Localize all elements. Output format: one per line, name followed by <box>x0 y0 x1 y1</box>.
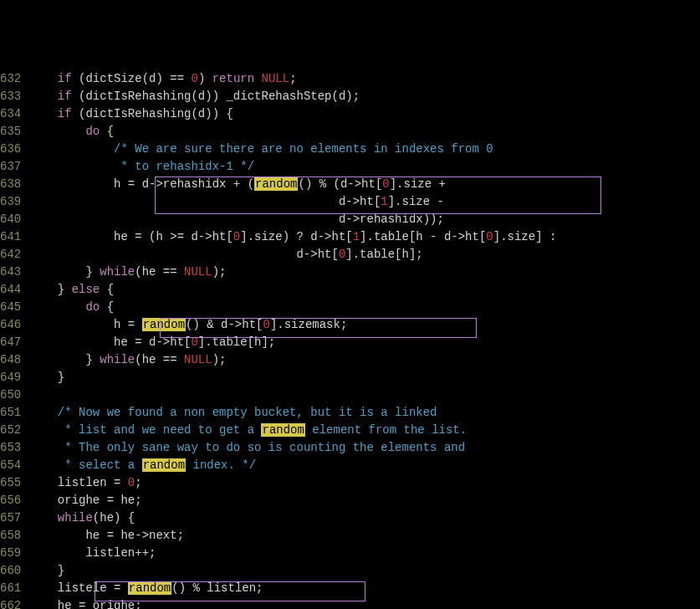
code-line[interactable]: if (dictIsRehashing(d)) { <box>29 105 700 123</box>
line-number: 649 <box>0 369 21 386</box>
code-line[interactable]: } while(he == NULL); <box>29 264 700 281</box>
code-line[interactable]: orighe = he; <box>29 492 700 509</box>
code-line[interactable]: he = he->next; <box>29 527 700 545</box>
line-number: 654 <box>0 457 21 474</box>
code-line[interactable]: * select a random index. */ <box>29 457 700 474</box>
line-number: 639 <box>0 193 21 211</box>
line-number: 633 <box>0 88 21 105</box>
line-number: 632 <box>0 70 21 88</box>
code-line[interactable]: do { <box>29 123 700 141</box>
code-line[interactable]: h = d->rehashidx + (random() % (d->ht[0]… <box>29 176 700 193</box>
line-number: 640 <box>0 211 21 228</box>
line-number: 657 <box>0 509 21 527</box>
line-number: 655 <box>0 474 21 492</box>
code-line[interactable]: } while(he == NULL); <box>29 351 700 369</box>
line-number: 636 <box>0 141 21 158</box>
code-line[interactable]: listlen = 0; <box>29 474 700 492</box>
code-line[interactable]: } <box>29 369 700 386</box>
code-line[interactable]: * The only sane way to do so is counting… <box>29 439 700 457</box>
line-number-gutter: 6326336346356366376386396406416426436446… <box>0 70 29 609</box>
code-line[interactable]: d->ht[0].table[h]; <box>29 246 700 264</box>
code-editor: 6326336346356366376386396406416426436446… <box>0 70 700 609</box>
line-number: 650 <box>0 386 21 404</box>
code-line[interactable]: he = (h >= d->ht[0].size) ? d->ht[1].tab… <box>29 228 700 246</box>
code-line[interactable]: h = random() & d->ht[0].sizemask; <box>29 316 700 334</box>
line-number: 635 <box>0 123 21 141</box>
line-number: 661 <box>0 580 21 597</box>
line-number: 648 <box>0 351 21 369</box>
code-line[interactable]: if (dictSize(d) == 0) return NULL; <box>29 70 700 88</box>
code-line[interactable]: while(he) { <box>29 509 700 527</box>
line-number: 659 <box>0 545 21 562</box>
line-number: 634 <box>0 105 21 123</box>
code-line[interactable]: he = d->ht[0].table[h]; <box>29 334 700 351</box>
code-line[interactable]: d->rehashidx)); <box>29 211 700 228</box>
code-line[interactable]: * to rehashidx-1 */ <box>29 158 700 176</box>
line-number: 642 <box>0 246 21 264</box>
line-number: 645 <box>0 299 21 316</box>
code-line[interactable]: d->ht[1].size - <box>29 193 700 211</box>
line-number: 643 <box>0 264 21 281</box>
line-number: 644 <box>0 281 21 299</box>
code-line[interactable]: /* We are sure there are no elements in … <box>29 141 700 158</box>
code-line[interactable]: } else { <box>29 281 700 299</box>
code-line[interactable]: do { <box>29 299 700 316</box>
line-number: 638 <box>0 176 21 193</box>
code-line[interactable]: if (dictIsRehashing(d)) _dictRehashStep(… <box>29 88 700 105</box>
code-line[interactable]: he = orighe; <box>29 597 700 609</box>
line-number: 641 <box>0 228 21 246</box>
line-number: 662 <box>0 597 21 609</box>
line-number: 660 <box>0 562 21 580</box>
line-number: 637 <box>0 158 21 176</box>
line-number: 651 <box>0 404 21 422</box>
code-line[interactable]: /* Now we found a non empty bucket, but … <box>29 404 700 422</box>
line-number: 652 <box>0 422 21 439</box>
line-number: 646 <box>0 316 21 334</box>
line-number: 656 <box>0 492 21 509</box>
code-line[interactable]: * list and we need to get a random eleme… <box>29 422 700 439</box>
code-line[interactable]: listlen++; <box>29 545 700 562</box>
code-content[interactable]: if (dictSize(d) == 0) return NULL; if (d… <box>29 70 700 609</box>
code-line[interactable] <box>29 386 700 404</box>
code-line[interactable]: } <box>29 562 700 580</box>
line-number: 647 <box>0 334 21 351</box>
line-number: 653 <box>0 439 21 457</box>
code-line[interactable]: listele = random() % listlen; <box>29 580 700 597</box>
line-number: 658 <box>0 527 21 545</box>
